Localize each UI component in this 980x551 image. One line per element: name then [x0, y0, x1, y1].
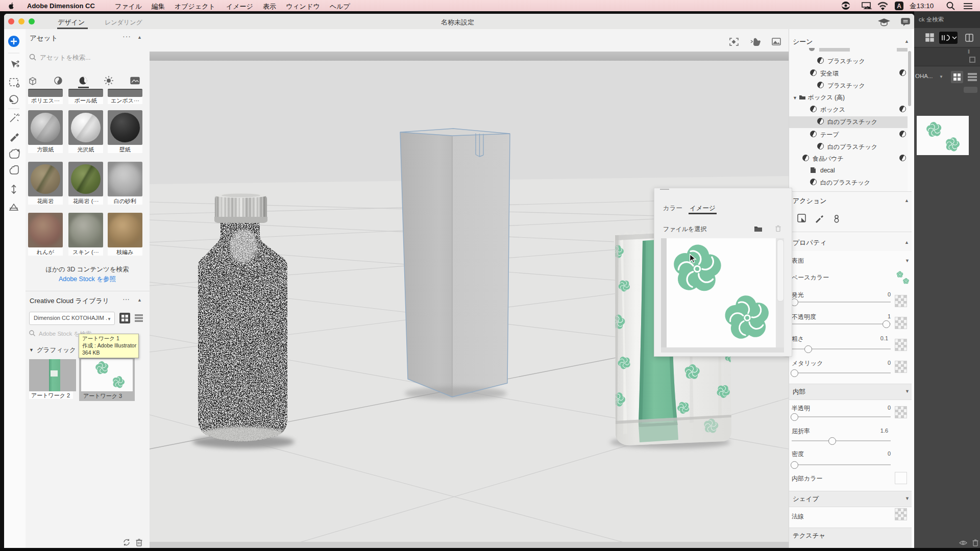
- svg-text:A: A: [897, 3, 901, 10]
- svg-text:金13:10: 金13:10: [910, 2, 934, 10]
